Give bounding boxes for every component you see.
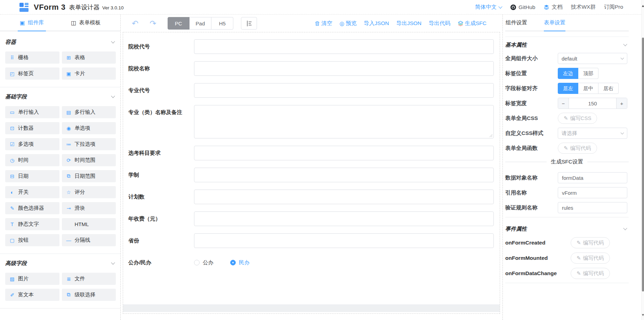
text-input[interactable] xyxy=(194,168,494,182)
color-picker-icon: ✎ xyxy=(9,206,16,211)
stepper-plus-button[interactable]: + xyxy=(616,98,627,109)
radio-option[interactable]: 民办 xyxy=(230,259,250,266)
widget-item[interactable]: ⊡计数器 xyxy=(5,122,59,134)
segment-option[interactable]: 居右 xyxy=(598,83,619,94)
github-link[interactable]: GitHub xyxy=(510,4,535,10)
select-input[interactable]: 请选择 xyxy=(558,128,627,139)
vform-designer-app: VForm 3 表单设计器 Ver 3.0.10 简体中文 GitHub xyxy=(0,0,644,320)
text-input[interactable] xyxy=(194,61,494,76)
edit-code-button[interactable]: ✎编写CSS xyxy=(558,113,597,124)
widget-item[interactable]: ⠿栅格 xyxy=(5,51,59,64)
node-tree-button[interactable] xyxy=(241,17,257,30)
widget-item[interactable]: ◷时间 xyxy=(5,154,59,166)
toolbar-action-3[interactable]: 导出JSON xyxy=(396,20,421,27)
time-range-icon: ⟳ xyxy=(65,158,72,163)
toolbar-action-0[interactable]: 清空 xyxy=(315,20,332,27)
widget-item[interactable]: ⊞表格 xyxy=(62,51,116,64)
widget-item[interactable]: ▢按钮 xyxy=(5,234,59,246)
widget-item[interactable]: ◐开关 xyxy=(5,186,59,198)
segment-option[interactable]: 左边 xyxy=(558,68,578,79)
outline-tree-icon xyxy=(246,20,252,27)
widget-item[interactable]: ⧉级联选择 xyxy=(62,289,116,301)
segment-option[interactable]: 居左 xyxy=(558,83,578,94)
widget-item[interactable]: T静态文字 xyxy=(5,218,59,230)
scrollbar-down-arrow-icon[interactable] xyxy=(642,314,644,316)
edit-icon: ✎ xyxy=(577,270,581,277)
toolbar-action-1[interactable]: ◎预览 xyxy=(339,20,356,27)
scrollbar-thumb[interactable] xyxy=(642,38,644,291)
text-input[interactable] xyxy=(194,190,494,204)
stepper-value[interactable]: 150 xyxy=(569,98,616,109)
text-input[interactable] xyxy=(194,233,494,248)
edit-code-button[interactable]: ✎编写代码 xyxy=(558,143,597,154)
basic-props-header[interactable]: 基本属性 xyxy=(505,37,629,53)
textarea-input[interactable] xyxy=(194,105,494,138)
event-props-header[interactable]: 事件属性 xyxy=(505,221,629,237)
widget-item[interactable]: ▤多行输入 xyxy=(62,106,116,118)
undo-icon[interactable]: ↶ xyxy=(132,19,138,27)
widget-item[interactable]: ✐富文本 xyxy=(5,289,59,301)
redo-icon[interactable]: ↷ xyxy=(150,19,156,27)
widget-item[interactable]: ▣卡片 xyxy=(62,67,116,80)
edit-code-button[interactable]: ✎编写代码 xyxy=(571,253,610,264)
widget-item[interactable]: ≣文件 xyxy=(62,273,116,285)
edit-code-button[interactable]: ✎编写代码 xyxy=(571,268,610,279)
form-canvas[interactable]: 院校代号院校名称专业代号专业（类）名称及备注选考科目要求学制计划数年收费（元）省… xyxy=(123,32,500,314)
subscribe-pro-link[interactable]: 订阅Pro xyxy=(604,3,623,11)
toolbar-action-4[interactable]: 导出代码 xyxy=(429,20,450,27)
widget-section-header[interactable]: 高级字段 xyxy=(5,257,116,269)
widget-item[interactable]: ≔下拉选项 xyxy=(62,138,116,150)
text-input[interactable]: vForm xyxy=(558,187,627,198)
wx-group-link[interactable]: 技术WX群 xyxy=(571,3,595,11)
form-field-row: 省份 xyxy=(128,233,494,248)
docs-link[interactable]: 文档 xyxy=(544,3,562,11)
device-mode-h5[interactable]: H5 xyxy=(211,17,233,30)
widget-section-header[interactable]: 基础字段 xyxy=(5,91,116,103)
device-mode-pc[interactable]: PC xyxy=(168,17,190,30)
device-mode-pad[interactable]: Pad xyxy=(190,17,212,30)
text-input[interactable] xyxy=(194,211,494,226)
sidebar-tab-widgets[interactable]: ▣组件库 xyxy=(20,15,44,31)
form-field-row: 计划数 xyxy=(128,190,494,204)
widget-item[interactable]: ⊟日期 xyxy=(5,170,59,182)
edit-code-button[interactable]: ✎编写代码 xyxy=(571,237,610,248)
widget-item[interactable]: ▭单行输入 xyxy=(5,106,59,118)
sidebar-tab-templates[interactable]: ◫表单模板 xyxy=(71,15,100,31)
widget-item[interactable]: ☑多选项 xyxy=(5,138,59,150)
stepper-minus-button[interactable]: − xyxy=(558,98,569,109)
widget-item[interactable]: ◉单选项 xyxy=(62,122,116,134)
sfc-settings-divider: 生成SFC设置 xyxy=(505,158,629,166)
segment-option[interactable]: 顶部 xyxy=(578,68,598,79)
app-header: VForm 3 表单设计器 Ver 3.0.10 简体中文 GitHub xyxy=(0,0,644,15)
text-input[interactable]: rules xyxy=(558,202,627,213)
toolbar-action-2[interactable]: 导入JSON xyxy=(364,20,389,27)
widget-item-label: 开关 xyxy=(18,189,29,195)
time-icon: ◷ xyxy=(9,158,16,163)
text-input[interactable] xyxy=(194,146,494,160)
segment-option[interactable]: 居中 xyxy=(578,83,598,94)
widget-item[interactable]: ☆评分 xyxy=(62,186,116,198)
widget-item[interactable]: ⧉日期范围 xyxy=(62,170,116,182)
text-input[interactable] xyxy=(194,83,494,98)
widget-item[interactable]: ✎颜色选择器 xyxy=(5,202,59,214)
input-icon: ▭ xyxy=(9,110,16,115)
widget-item[interactable]: ⟳时间范围 xyxy=(62,154,116,166)
language-selector[interactable]: 简体中文 xyxy=(475,3,502,11)
event-row: onFormMounted✎编写代码 xyxy=(505,252,629,264)
text-input[interactable] xyxy=(194,39,494,54)
radio-option[interactable]: 公办 xyxy=(194,259,214,266)
widget-item[interactable]: ◰标签页 xyxy=(5,67,59,80)
widget-item[interactable]: —分隔线 xyxy=(62,234,116,246)
select-input[interactable]: default xyxy=(558,53,627,64)
widget-item-label: 日期范围 xyxy=(75,173,96,179)
settings-tab-widget[interactable]: 组件设置 xyxy=(506,15,527,31)
scrollbar-up-arrow-icon[interactable] xyxy=(642,5,644,7)
page-scrollbar[interactable] xyxy=(641,0,644,320)
text-input[interactable]: formData xyxy=(558,172,627,183)
widget-item[interactable]: ▧图片 xyxy=(5,273,59,285)
toolbar-action-5[interactable]: 生成SFC xyxy=(458,20,486,27)
widget-section-header[interactable]: 容器 xyxy=(5,36,116,48)
widget-item[interactable]: HTML xyxy=(62,218,116,230)
widget-item[interactable]: ⊸滑块 xyxy=(62,202,116,214)
settings-tab-form[interactable]: 表单设置 xyxy=(544,15,565,31)
